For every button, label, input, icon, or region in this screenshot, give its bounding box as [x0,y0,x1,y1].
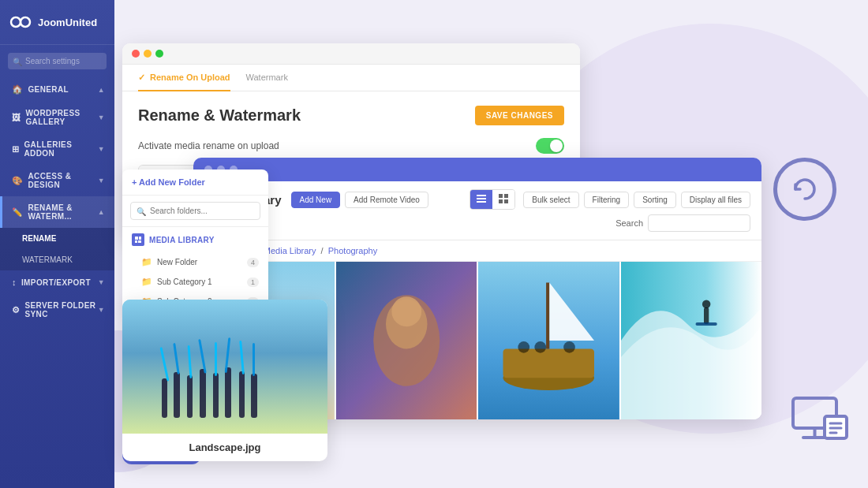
svg-rect-20 [499,199,503,203]
sidebar-item-import-export[interactable]: ↕ IMPORT/EXPORT ▼ [0,270,114,294]
svg-rect-57 [200,369,206,418]
sync-icon-wrap [773,158,836,221]
folder-search-area[interactable]: 🔍 [122,196,268,227]
svg-rect-21 [504,199,508,203]
svg-point-46 [518,341,529,353]
svg-rect-14 [138,240,141,243]
folder-panel: + Add New Folder 🔍 MEDIA LIBRARY 📁 New F… [122,169,268,311]
landscape-image [122,300,327,434]
sidebar-item-server-folder-sync[interactable]: ⚙ SERVER FOLDER SYNC ▼ [0,294,114,326]
sorting-button[interactable]: Sorting [634,192,676,208]
home-icon: 🏠 [12,84,23,95]
svg-rect-58 [213,373,219,418]
window-header: Rename & Watermark SAVE CHANGES [138,106,564,125]
chevron-icon: ▼ [98,306,105,314]
folder-icon: 📁 [141,277,152,287]
window-tabs: ✓ Rename On Upload Watermark [122,65,580,91]
add-remote-video-button[interactable]: Add Remote Video [345,192,428,208]
folder-library-label: MEDIA LIBRARY [122,227,268,252]
folder-search-input[interactable] [130,202,260,220]
media-header-bar [193,158,761,181]
sidebar-item-general[interactable]: 🏠 GENERAL ▲ [0,77,114,102]
sync-circle-icon [773,158,836,221]
window-title: Rename & Watermark [138,106,301,125]
display-all-files-button[interactable]: Display all files [681,192,750,208]
save-changes-button[interactable]: SAVE CHANGES [475,106,564,125]
breadcrumb-current-link[interactable]: Photography [328,246,377,255]
sidebar-item-galleries-addon[interactable]: ⊞ GALLERIES ADDON ▼ [0,133,114,165]
svg-rect-19 [504,194,508,198]
chevron-icon: ▼ [98,114,105,121]
svg-rect-11 [135,237,138,240]
svg-rect-17 [477,201,486,203]
add-new-folder-button[interactable]: + Add New Folder [122,169,268,196]
nav-label-wp-gallery: WORDPRESS GALLERY [25,109,97,126]
list-view-button[interactable] [470,190,492,209]
svg-rect-66 [215,342,217,376]
breadcrumb-root-link[interactable]: Media Library [264,246,316,255]
sub-label-rename: RENAME [22,234,56,243]
svg-rect-50 [704,307,709,324]
import-icon: ↕ [12,278,17,287]
nav-label-import: IMPORT/EXPORT [21,278,91,287]
rename-icon: ✏️ [12,207,23,218]
dot-green [155,50,163,58]
view-toggle [470,189,515,210]
svg-rect-16 [477,198,486,199]
media-thumb-2[interactable] [336,262,477,419]
breadcrumb: You are here : Media Library / Photograp… [193,240,761,262]
monitor-icon-wrap [789,394,852,449]
svg-rect-55 [174,372,180,418]
search-label: Search [615,218,643,228]
svg-rect-59 [225,367,231,418]
activate-rename-toggle[interactable] [536,138,564,154]
svg-rect-44 [546,283,549,349]
folder-item-new-folder[interactable]: 📁 New Folder 4 [122,252,268,272]
media-search-input[interactable] [648,214,750,232]
nav-label-server-sync: SERVER FOLDER SYNC [24,301,97,319]
filtering-button[interactable]: Filtering [584,192,630,208]
svg-rect-13 [135,240,137,243]
tab-check-icon: ✓ [138,73,145,82]
window-dots [122,43,580,65]
svg-rect-43 [503,349,595,378]
svg-point-51 [702,300,710,309]
sidebar-item-rename-watermark[interactable]: ✏️ RENAME & WATERM... ▲ [0,196,114,228]
search-settings-input[interactable] [8,53,107,69]
tab-watermark[interactable]: Watermark [246,65,288,91]
logo-text: JoomUnited [38,17,97,28]
chevron-icon: ▲ [98,208,105,216]
svg-rect-15 [477,195,486,196]
svg-rect-18 [499,194,503,198]
activate-label: Activate media rename on upload [138,140,279,151]
sidebar-sub-item-watermark[interactable]: WATERMARK [0,249,114,270]
sync-icon: ⚙ [12,305,20,315]
chevron-icon: ▲ [98,86,105,94]
sidebar-item-access-design[interactable]: 🎨 ACCESS & DESIGN ▼ [0,165,114,196]
folder-search-icon: 🔍 [137,207,146,215]
nav-label-galleries-addon: GALLERIES ADDON [24,140,97,158]
bulk-select-button[interactable]: Bulk select [523,192,578,208]
search-icon: 🔍 [13,57,22,65]
media-library-icon [132,233,144,246]
svg-rect-69 [253,343,255,376]
sidebar-search-area[interactable]: 🔍 [0,45,114,77]
nav-label-access-design: ACCESS & DESIGN [28,172,97,189]
design-icon: 🎨 [12,176,23,186]
svg-point-48 [563,341,575,353]
image-card: Landscape.jpg [122,300,327,461]
sidebar-item-wordpress-gallery[interactable]: 🖼 WORDPRESS GALLERY ▼ [0,102,114,133]
add-new-button[interactable]: Add New [291,192,341,208]
media-thumb-4[interactable] [621,262,762,419]
folder-item-sub-cat-1[interactable]: 📁 Sub Category 1 1 [122,272,268,292]
tab-rename-on-upload[interactable]: ✓ Rename On Upload [138,65,230,91]
grid-view-button[interactable] [492,190,514,209]
chevron-icon: ▼ [98,278,105,286]
nav-label-general: GENERAL [28,85,69,94]
sidebar-sub-item-rename[interactable]: RENAME [0,228,114,249]
svg-point-0 [11,17,21,27]
addon-icon: ⊞ [12,144,19,155]
media-thumb-3[interactable] [478,262,619,419]
chevron-icon: ▼ [98,145,105,153]
image-filename-label: Landscape.jpg [122,434,327,461]
